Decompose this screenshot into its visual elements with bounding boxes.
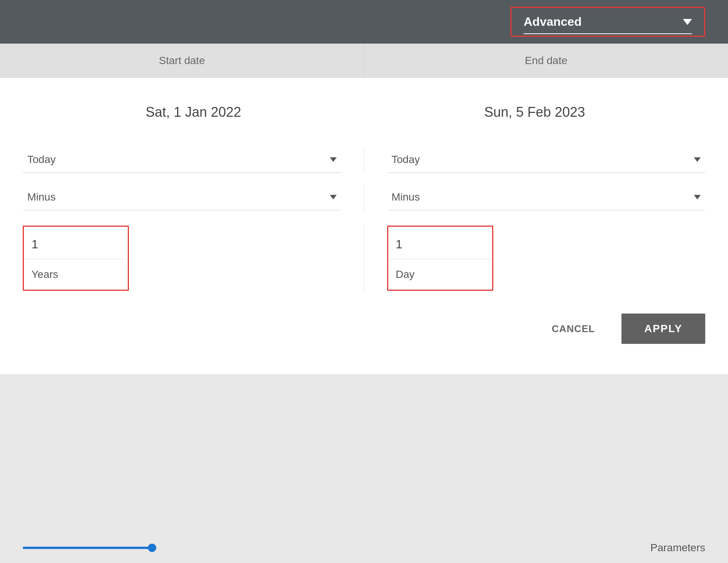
- end-operation-dropdown[interactable]: Minus: [387, 184, 706, 210]
- end-relative-panel: Today: [364, 147, 706, 173]
- blue-indicator: [148, 544, 156, 552]
- start-amount-panel: 1 Years: [23, 226, 364, 291]
- main-panel: Sat, 1 Jan 2022 Sun, 5 Feb 2023 Today To…: [0, 78, 728, 374]
- start-operation-dropdown[interactable]: Minus: [23, 184, 341, 210]
- start-amount-box-highlight: 1 Years: [23, 226, 129, 291]
- chevron-small-icon-3: [330, 195, 337, 199]
- chevron-small-icon-4: [694, 195, 701, 199]
- end-operation-panel: Minus: [364, 184, 706, 210]
- relative-row: Today Today: [23, 147, 705, 173]
- top-bar: Advanced: [0, 0, 728, 44]
- amount-unit-row: 1 Years 1: [23, 226, 705, 291]
- end-amount-panel: 1 Day: [364, 226, 706, 291]
- end-amount-input[interactable]: 1: [388, 227, 492, 259]
- end-unit-dropdown[interactable]: Day: [388, 259, 492, 290]
- end-amount-box-highlight: 1 Day: [387, 226, 493, 291]
- bottom-bar: Parameters: [0, 533, 728, 563]
- start-date-display: Sat, 1 Jan 2022: [23, 97, 364, 128]
- apply-button[interactable]: APPLY: [621, 314, 705, 344]
- parameters-label: Parameters: [650, 542, 705, 554]
- end-date-display: Sun, 5 Feb 2023: [364, 97, 705, 128]
- chevron-down-icon: [683, 19, 692, 25]
- cancel-button[interactable]: CANCEL: [540, 315, 606, 342]
- start-date-header: Start date: [0, 44, 364, 77]
- date-header-row: Start date End date: [0, 44, 728, 78]
- advanced-label: Advanced: [524, 15, 582, 29]
- advanced-btn-highlight: Advanced: [510, 7, 705, 37]
- operation-row: Minus Minus: [23, 184, 705, 210]
- blue-progress-bar: [23, 547, 152, 549]
- end-relative-dropdown[interactable]: Today: [387, 147, 706, 173]
- start-relative-panel: Today: [23, 147, 364, 173]
- start-operation-panel: Minus: [23, 184, 364, 210]
- bottom-actions: CANCEL APPLY: [23, 314, 705, 359]
- start-relative-dropdown[interactable]: Today: [23, 147, 341, 173]
- chevron-small-icon-2: [694, 157, 701, 162]
- chevron-small-icon: [330, 157, 337, 162]
- start-amount-input[interactable]: 1: [24, 227, 128, 259]
- start-unit-dropdown[interactable]: Years: [24, 259, 128, 290]
- advanced-button[interactable]: Advanced: [513, 9, 703, 34]
- date-display-row: Sat, 1 Jan 2022 Sun, 5 Feb 2023: [23, 97, 705, 128]
- end-date-header: End date: [364, 44, 728, 77]
